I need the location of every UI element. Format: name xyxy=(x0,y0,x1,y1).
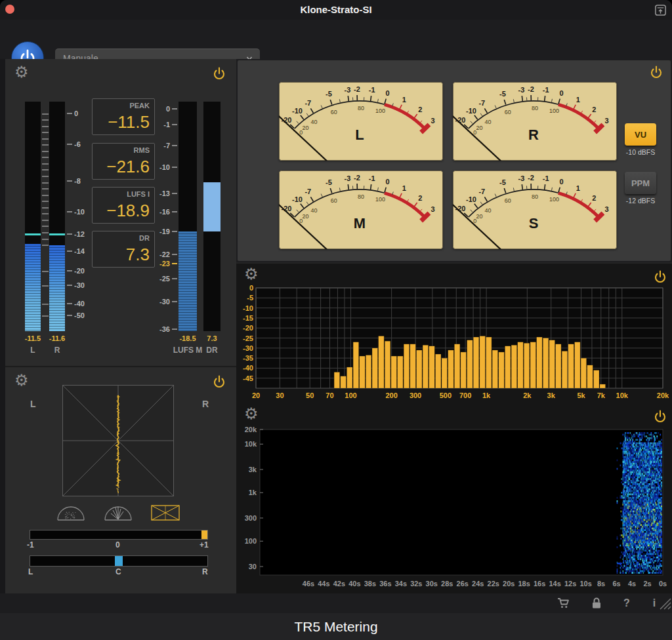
vu-mode-caption: -10 dBFS xyxy=(625,148,656,156)
readout-rms-value: −21.6 xyxy=(106,157,150,177)
svg-text:-10: -10 xyxy=(466,195,476,203)
svg-text:3: 3 xyxy=(431,205,435,213)
bal-label-left: L xyxy=(28,567,33,576)
bal-label-right: R xyxy=(202,567,208,576)
lock-icon[interactable] xyxy=(589,596,604,610)
svg-text:-15: -15 xyxy=(243,314,253,322)
svg-text:36s: 36s xyxy=(379,580,391,588)
svg-text:20: 20 xyxy=(303,125,309,131)
svg-text:30: 30 xyxy=(276,391,284,399)
svg-text:-5: -5 xyxy=(326,90,332,98)
svg-text:-7: -7 xyxy=(304,99,311,107)
svg-text:32s: 32s xyxy=(410,580,422,588)
readout-dr: DR7.3 xyxy=(92,231,155,268)
cart-icon[interactable] xyxy=(556,596,571,610)
readout-dr-value: 7.3 xyxy=(126,245,150,265)
bal-label-center: C xyxy=(116,567,121,576)
svg-text:-2: -2 xyxy=(354,85,360,93)
svg-text:40: 40 xyxy=(310,207,317,214)
svg-text:50: 50 xyxy=(306,391,314,399)
svg-text:M: M xyxy=(354,215,366,231)
svg-text:-25: -25 xyxy=(243,334,253,342)
svg-text:46s: 46s xyxy=(303,580,314,588)
svg-text:10s: 10s xyxy=(579,580,591,588)
svg-text:80: 80 xyxy=(532,105,538,111)
svg-text:10k: 10k xyxy=(245,440,257,448)
scope-mode-square[interactable] xyxy=(150,503,180,523)
correlation-indicator[interactable] xyxy=(201,530,207,539)
svg-text:500: 500 xyxy=(440,391,452,399)
goniometer-gear-icon[interactable]: ⚙ xyxy=(14,372,29,388)
svg-text:-5: -5 xyxy=(247,294,253,302)
svg-text:60: 60 xyxy=(505,109,511,115)
svg-text:60: 60 xyxy=(331,109,337,115)
svg-text:-5: -5 xyxy=(499,178,506,186)
ppm-mode-button[interactable]: PPM xyxy=(625,172,656,194)
svg-text:60: 60 xyxy=(505,197,511,204)
readout-dr-label: DR xyxy=(139,234,150,242)
svg-text:1k: 1k xyxy=(482,391,491,399)
svg-text:6s: 6s xyxy=(612,580,620,588)
svg-text:20k: 20k xyxy=(657,391,669,399)
svg-text:30s: 30s xyxy=(426,580,438,588)
svg-text:22s: 22s xyxy=(488,580,499,588)
svg-text:-10: -10 xyxy=(292,195,303,203)
svg-text:0: 0 xyxy=(385,178,389,186)
spectrum-analyzer-panel: ⚙ 0-5-10-15-20-25-30-35-40-4520305070100… xyxy=(236,262,672,405)
svg-text:3k: 3k xyxy=(249,466,257,473)
goniometer-section: ⚙ L R -10+1LCR xyxy=(5,367,236,593)
svg-text:18s: 18s xyxy=(518,580,530,588)
resize-handle-icon[interactable] xyxy=(658,596,672,610)
svg-text:2k: 2k xyxy=(523,391,532,399)
gonio-right-label: R xyxy=(202,399,209,409)
vu-panel-power-icon[interactable] xyxy=(650,66,663,79)
svg-text:0: 0 xyxy=(385,89,389,97)
svg-text:-3: -3 xyxy=(518,86,524,94)
readout-peak: PEAK−11.5 xyxy=(92,98,155,135)
svg-text:2: 2 xyxy=(592,194,596,202)
svg-text:10k: 10k xyxy=(616,391,629,399)
svg-text:4s: 4s xyxy=(628,580,636,588)
svg-text:-3: -3 xyxy=(518,174,524,182)
svg-text:20: 20 xyxy=(252,391,260,399)
svg-text:-2: -2 xyxy=(528,85,534,93)
goniometer-power-icon[interactable] xyxy=(213,375,226,388)
settings-gear-icon[interactable]: ⚙ xyxy=(14,64,29,80)
vu-meter-R: -20-10-7-5-3-2-10123020406080100R xyxy=(453,82,617,161)
svg-text:-3: -3 xyxy=(344,174,350,182)
product-title: TR5 Metering xyxy=(0,613,672,640)
balance-indicator[interactable] xyxy=(115,556,123,566)
svg-text:-1: -1 xyxy=(543,86,549,94)
svg-text:-1: -1 xyxy=(543,174,549,182)
scope-mode-dots-dome[interactable] xyxy=(56,503,86,523)
vu-meter-background: -20-10-7-5-3-2-10123020406080100L-20-10-… xyxy=(238,60,671,261)
svg-text:40s: 40s xyxy=(348,580,360,588)
scope-mode-rays-dome[interactable] xyxy=(103,503,133,523)
window-title: Klone-Strato-SI xyxy=(0,0,672,20)
meter-power-icon[interactable] xyxy=(213,67,226,80)
help-icon[interactable]: ? xyxy=(620,596,634,610)
svg-text:0s: 0s xyxy=(659,580,667,588)
svg-text:0: 0 xyxy=(559,178,563,186)
svg-text:1: 1 xyxy=(576,96,580,104)
svg-text:2: 2 xyxy=(418,106,422,113)
svg-text:28s: 28s xyxy=(441,580,453,588)
svg-text:40: 40 xyxy=(310,119,317,125)
svg-text:20: 20 xyxy=(303,213,309,220)
popout-window-icon[interactable] xyxy=(654,4,667,16)
svg-text:5k: 5k xyxy=(577,391,585,399)
svg-text:-20: -20 xyxy=(243,324,253,332)
svg-text:0: 0 xyxy=(559,89,563,97)
svg-text:14s: 14s xyxy=(549,580,560,588)
svg-text:2s: 2s xyxy=(643,580,651,588)
svg-text:300: 300 xyxy=(410,391,421,399)
svg-text:100: 100 xyxy=(345,391,356,399)
level-meter-right xyxy=(49,102,65,331)
readout-peak-label: PEAK xyxy=(129,102,150,110)
vu-mode-button[interactable]: VU xyxy=(625,123,656,146)
meter-value-DR: 7.3 xyxy=(194,334,230,342)
corr-label-mid: 0 xyxy=(116,540,120,550)
svg-text:60: 60 xyxy=(331,197,337,204)
svg-text:20s: 20s xyxy=(503,580,514,588)
vu-meter-S: -20-10-7-5-3-2-10123020406080100S xyxy=(453,170,617,249)
